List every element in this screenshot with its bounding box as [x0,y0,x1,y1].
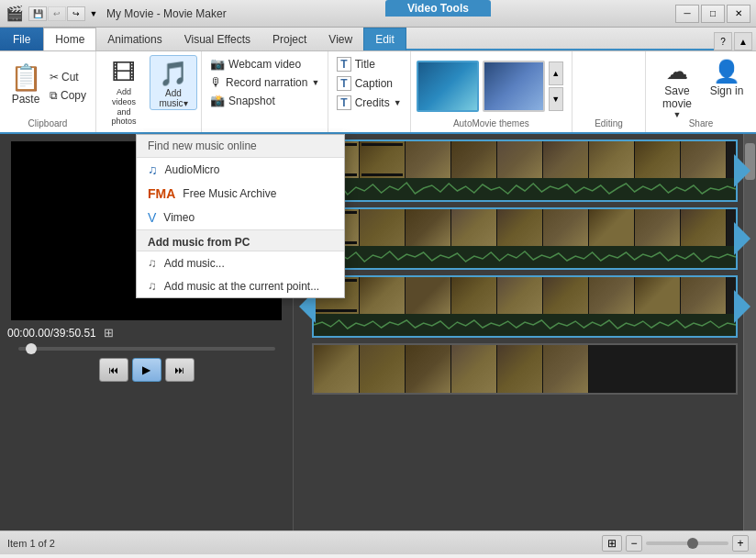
fit-to-window-btn[interactable]: ⊞ [602,535,622,552]
zoom-slider[interactable] [646,541,728,545]
theme-item-2[interactable] [483,61,545,112]
tab-home[interactable]: Home [43,28,96,50]
film-frame [451,209,497,246]
timeline-scrollbar-y[interactable] [743,134,756,530]
menu-item-audiomicro[interactable]: ♫ AudioMicro [137,158,344,182]
theme-item-1[interactable] [417,61,479,112]
film-frame [314,345,360,395]
minimize-btn[interactable]: ─ [675,5,699,23]
webcam-button[interactable]: 📷 Webcam video [206,55,324,73]
film-frame [589,277,635,314]
film-frame [360,277,406,314]
track-content-3[interactable] [312,275,738,338]
zoom-in-btn[interactable]: + [732,535,749,552]
track-content-4[interactable] [312,343,738,395]
tab-visual-effects[interactable]: Visual Effects [173,28,261,50]
film-frame [681,209,727,246]
tab-edit[interactable]: Edit [363,28,406,50]
film-frame [543,209,589,246]
caption-icon: T [337,76,350,91]
help-btn[interactable]: ? [714,32,732,50]
film-frame [497,277,543,314]
film-frame [451,141,497,178]
seek-thumb[interactable] [26,343,37,354]
tab-view[interactable]: View [317,28,363,50]
credits-icon: T [337,95,350,110]
ribbon-group-clipboard: 📋 Paste ✂ Cut ⧉ Copy Clipboard [0,51,96,132]
timeline-track-4 [299,343,752,406]
zoom-out-btn[interactable]: − [626,535,642,552]
track-arrow-right-3 [734,290,750,323]
toolbar-dropdown-btn[interactable]: ▼ [86,6,101,21]
add-music-button[interactable]: 🎵 Addmusic▾ [150,55,197,110]
minimize-ribbon-btn[interactable]: ▲ [734,32,752,50]
film-frame [406,209,451,246]
copy-icon: ⧉ [50,89,58,102]
ribbon-group-insert: 📷 Webcam video 🎙 Record narration ▼ 📸 Sn… [202,51,328,132]
user-icon: 👤 [713,59,740,84]
film-frame [360,209,406,246]
record-icon: 🎙 [210,75,222,89]
save-movie-button[interactable]: ☁ Save movie ▼ [653,55,701,110]
title-button[interactable]: T Title [332,55,406,73]
sign-in-button[interactable]: 👤 Sign in [705,55,749,110]
redo-btn[interactable]: ↪ [67,6,85,21]
film-frame [635,277,681,314]
video-tools-tab[interactable]: Video Tools [385,0,491,17]
menu-section-online: Find new music online [137,135,344,158]
next-frame-btn[interactable]: ⏭ [165,358,195,382]
ribbon-tabs: File Home Animations Visual Effects Proj… [0,28,756,51]
save-icon: ☁ [666,59,688,84]
ribbon-group-add: 🎞 Add videosand photos 🎵 Addmusic▾ [96,51,202,132]
quick-access-toolbar: 🎬 💾 ↩ ↪ ▼ [6,5,101,22]
film-frame [360,141,406,178]
menu-item-add-music-at-point[interactable]: ♫ Add music at the current point... [137,274,344,297]
tab-file[interactable]: File [0,28,43,50]
track-content-2[interactable] [312,207,738,270]
webcam-icon: 📷 [210,57,225,71]
menu-item-add-music[interactable]: ♫ Add music... [137,251,344,274]
waveform-1 [314,178,736,200]
credits-button[interactable]: T Credits ▼ [332,94,406,112]
rewind-btn[interactable]: ⏮ [99,358,128,382]
themes-scroll-down[interactable]: ▼ [549,87,563,111]
snapshot-button[interactable]: 📸 Snapshot [206,92,324,109]
seek-bar[interactable] [18,347,275,351]
caption-button[interactable]: T Caption [332,74,406,93]
add-music-dropdown: Find new music online ♫ AudioMicro FMA F… [136,134,345,298]
expand-icon[interactable]: ⊞ [104,326,114,340]
close-btn[interactable]: ✕ [727,5,750,23]
window-controls: ─ □ ✕ [675,5,750,23]
menu-item-vimeo[interactable]: V Vimeo [137,206,344,229]
film-frame [543,345,589,395]
copy-button[interactable]: ⧉ Copy [46,87,90,104]
title-bar: 🎬 💾 ↩ ↪ ▼ My Movie - Movie Maker ─ □ ✕ [0,0,756,28]
tab-animations[interactable]: Animations [96,28,172,50]
paste-button[interactable]: 📋 Paste [6,59,46,114]
timeline-track-2 [299,207,752,270]
vimeo-icon: V [148,210,156,225]
themes-scroll-up[interactable]: ▲ [549,61,563,85]
themes-label: AutoMovie themes [417,118,566,128]
track-content-1[interactable] [312,140,738,202]
waveform-2 [314,246,736,268]
cut-icon: ✂ [50,71,59,84]
film-frame [497,345,543,395]
record-narration-button[interactable]: 🎙 Record narration ▼ [206,73,324,91]
quick-save-btn[interactable]: 💾 [28,6,47,21]
tab-project[interactable]: Project [261,28,317,50]
cut-button[interactable]: ✂ Cut [46,69,90,85]
ribbon-group-title: T Title T Caption T Credits ▼ [328,51,410,132]
add-videos-button[interactable]: 🎞 Add videosand photos [100,55,148,110]
app-icon: 🎬 [6,5,24,22]
time-display: 00:00.00/39:50.51 ⊞ [7,326,285,340]
undo-btn[interactable]: ↩ [48,6,66,21]
save-dropdown-icon: ▼ [673,110,682,119]
maximize-btn[interactable]: □ [701,5,725,23]
play-btn[interactable]: ▶ [132,358,161,382]
editing-label: Editing [595,118,623,128]
track-arrow-right-2 [734,222,750,255]
zoom-slider-thumb[interactable] [687,538,698,549]
add-music-icon: 🎵 [159,60,188,88]
menu-item-fma[interactable]: FMA Free Music Archive [137,182,344,206]
